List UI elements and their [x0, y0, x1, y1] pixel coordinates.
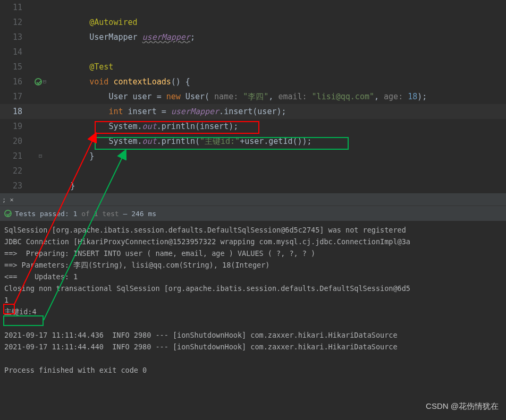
line-number: 18 — [0, 104, 30, 119]
console-line: ==> Parameters: 李四(String), lisi@qq.com(… — [4, 259, 502, 271]
type-ref: UserMapper — [89, 32, 142, 42]
console-line: <== Updates: 1 — [4, 271, 502, 282]
line-number: 20 — [0, 134, 30, 149]
test-pass-gutter-icon[interactable] — [35, 78, 42, 85]
line-number: 19 — [0, 119, 30, 134]
code-editor[interactable]: 11 12 @Autowired 13 UserMapper userMappe… — [0, 0, 506, 193]
console-line: JDBC Connection [HikariProxyConnection@1… — [4, 236, 502, 247]
line-number: 11 — [0, 0, 30, 15]
annotation: @Test — [89, 62, 113, 72]
console-line — [4, 318, 502, 329]
line-number: 15 — [0, 59, 30, 74]
line-number: 16 — [0, 74, 30, 89]
console-line: 2021-09-17 11:11:44.440 INFO 2980 --- [i… — [4, 341, 502, 353]
annotation: @Autowired — [89, 18, 137, 27]
tests-passed-label: Tests passed: 1 — [15, 210, 77, 218]
method-name: contextLoads — [108, 77, 171, 87]
console-line: ==> Preparing: INSERT INTO user ( name, … — [4, 247, 502, 259]
line-number: 12 — [0, 15, 30, 30]
watermark: CSDN @花伤情犹在 — [426, 401, 499, 412]
line-number: 21 — [0, 149, 30, 164]
panel-tabs[interactable]: ; ✕ — [0, 193, 506, 206]
console-line: Closing non transactional SqlSession [or… — [4, 282, 502, 294]
test-pass-icon — [4, 210, 12, 217]
field-ref: userMapper — [142, 32, 190, 42]
console-line — [4, 353, 502, 364]
line-number: 14 — [0, 45, 30, 59]
line-number: 17 — [0, 89, 30, 104]
line-number: 23 — [0, 178, 30, 193]
fold-icon[interactable]: ⊟ — [39, 149, 43, 164]
console-line: SqlSession [org.apache.ibatis.session.de… — [4, 224, 502, 236]
console-output-primary-key: 主键id:4 — [4, 306, 502, 318]
close-tab-icon[interactable]: ; ✕ — [2, 196, 14, 203]
line-number: 22 — [0, 164, 30, 178]
console-output[interactable]: SqlSession [org.apache.ibatis.session.de… — [0, 221, 506, 379]
fold-icon[interactable]: ⊟ — [43, 74, 47, 89]
test-status-bar: Tests passed: 1 of 1 test – 246 ms — [0, 206, 506, 221]
line-number: 13 — [0, 30, 30, 45]
console-output-1: 1 — [4, 294, 502, 306]
console-line: 2021-09-17 11:11:44.436 INFO 2980 --- [i… — [4, 329, 502, 341]
console-line: Process finished with exit code 0 — [4, 364, 502, 376]
